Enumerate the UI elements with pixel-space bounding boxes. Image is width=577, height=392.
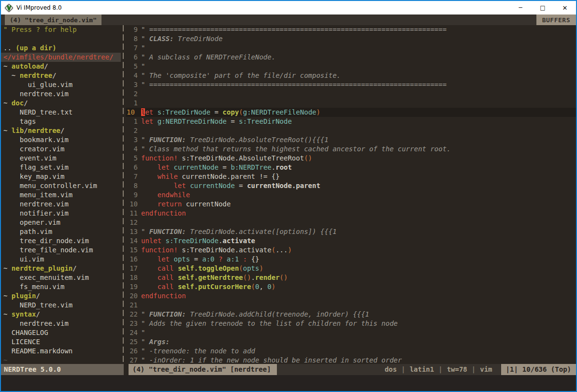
tree-row[interactable]: fs_menu.vim — [1, 282, 121, 291]
code-line[interactable]: 7" — [126, 44, 576, 53]
tree-row[interactable]: tree_dir_node.vim — [1, 236, 121, 246]
tree-row[interactable]: exec_menuitem.vim — [1, 273, 121, 282]
code-line[interactable]: 23" Adds the given treenode to the list … — [126, 319, 576, 328]
code-line[interactable]: 18 call self.getNerdtree().render() — [126, 273, 576, 282]
tree-row[interactable]: nerdtree.vim — [1, 89, 121, 99]
code-line[interactable]: 13" FUNCTION: TreeDirNode.activate([opti… — [126, 227, 576, 236]
tree-row[interactable]: menu_item.vim — [1, 190, 121, 200]
tree-row[interactable] — [1, 34, 121, 44]
code-line[interactable]: 9 endwhile — [126, 190, 576, 200]
code-line[interactable]: 22" FUNCTION: TreeDirNode.addChild(treen… — [126, 310, 576, 319]
line-number: 5 — [126, 154, 138, 163]
command-line[interactable] — [1, 375, 576, 391]
line-number: 8 — [126, 34, 138, 44]
tree-row[interactable]: flag_set.vim — [1, 163, 121, 172]
window-controls: ─ □ ✕ — [509, 1, 576, 15]
code-line[interactable]: 14unlet s:TreeDirNode.activate — [126, 236, 576, 246]
code-line[interactable]: 19 call self.putCursorHere(0, 0) — [126, 282, 576, 291]
line-number: 23 — [126, 319, 138, 328]
code-line[interactable]: 1 — [126, 99, 576, 108]
code-line[interactable]: 10 return currentNode — [126, 200, 576, 209]
code-line[interactable]: 3" =====================================… — [126, 80, 576, 89]
editor-panel[interactable]: 9" =====================================… — [126, 25, 576, 364]
tree-row[interactable]: NERD_tree.txt — [1, 108, 121, 117]
statusline-position: |1|10/636 (Top) — [501, 364, 576, 375]
tree-row[interactable]: ~ doc/ — [1, 99, 121, 108]
code-line[interactable]: 21 — [126, 301, 576, 310]
code-line[interactable]: 11endfunction — [126, 209, 576, 218]
file-format: dos — [385, 365, 397, 373]
tree-row[interactable]: NERD_tree.vim — [1, 301, 121, 310]
code-line[interactable]: 5" — [126, 62, 576, 71]
tree-row[interactable]: ~ nerdtree_plugin/ — [1, 264, 121, 273]
line-number: 17 — [126, 264, 138, 273]
tree-row[interactable]: key_map.vim — [1, 172, 121, 181]
tree-row[interactable]: event.vim — [1, 154, 121, 163]
line-number: 19 — [126, 282, 138, 291]
tree-row[interactable]: README.markdown — [1, 347, 121, 356]
line-number: 8 — [126, 181, 138, 190]
tree-row[interactable]: CHANGELOG — [1, 328, 121, 337]
tree-row[interactable]: ~ — [1, 356, 121, 364]
tree-row[interactable]: ~ syntax/ — [1, 310, 121, 319]
tree-row[interactable]: ~ nerdtree/ — [1, 71, 121, 80]
tree-row[interactable]: menu_controller.vim — [1, 181, 121, 190]
line-number: 11 — [126, 209, 138, 218]
nerdtree-panel[interactable]: " Press ? for help.. (up a dir)</vimfile… — [1, 25, 121, 364]
tab-line: (4) "tree_dir_node.vim" BUFFERS — [1, 15, 576, 25]
tree-row[interactable]: path.vim — [1, 227, 121, 236]
tree-row[interactable]: LICENCE — [1, 337, 121, 347]
close-button[interactable]: ✕ — [554, 1, 576, 15]
code-line[interactable]: 2 — [126, 89, 576, 99]
code-line[interactable]: 26" -treenode: the node to add — [126, 347, 576, 356]
line-number: 1 — [126, 99, 138, 108]
code-line[interactable]: 9" =====================================… — [126, 25, 576, 34]
tree-row[interactable]: nerdtree.vim — [1, 200, 121, 209]
tree-row[interactable]: tags — [1, 117, 121, 126]
code-line[interactable]: 27" -inOrder: 1 if the new node should b… — [126, 356, 576, 364]
window-separator[interactable] — [121, 25, 126, 364]
line-number: 3 — [126, 135, 138, 145]
maximize-button[interactable]: □ — [532, 1, 554, 15]
code-line[interactable]: 1let g:NERDTreeDirNode = s:TreeDirNode — [126, 117, 576, 126]
line-number: 7 — [126, 44, 138, 53]
tree-row[interactable]: ui_glue.vim — [1, 80, 121, 89]
code-line[interactable]: 8" CLASS: TreeDirNode — [126, 34, 576, 44]
code-line[interactable]: 6 let currentNode = b:NERDTree.root — [126, 163, 576, 172]
tab-tree-dir-node[interactable]: (4) "tree_dir_node.vim" — [5, 15, 101, 25]
tree-row[interactable]: ~ plugin/ — [1, 291, 121, 301]
code-line[interactable]: 2 — [126, 126, 576, 135]
code-line[interactable]: 24" — [126, 328, 576, 337]
code-line[interactable]: 8 let currentNode = currentNode.parent — [126, 181, 576, 190]
tree-row[interactable]: bookmark.vim — [1, 135, 121, 145]
tree-row-selected[interactable]: </vimfiles/bundle/nerdtree/ — [1, 53, 121, 62]
code-line[interactable]: 4" The 'composite' part of the file/dir … — [126, 71, 576, 80]
code-line[interactable]: 17 call self.toggleOpen(opts) — [126, 264, 576, 273]
code-line[interactable]: 16 let opts = a:0 ? a:1 : {} — [126, 255, 576, 264]
code-line[interactable]: 12 — [126, 218, 576, 227]
code-line[interactable]: 7 while currentNode.parent != {} — [126, 172, 576, 181]
code-line[interactable]: 3" FUNCTION: TreeDirNode.AbsoluteTreeRoo… — [126, 135, 576, 145]
code-line[interactable]: 5function! s:TreeDirNode.AbsoluteTreeRoo… — [126, 154, 576, 163]
line-number: 3 — [126, 80, 138, 89]
tree-row[interactable]: .. (up a dir) — [1, 44, 121, 53]
statusline-fileinfo: dos|latin1|tw=78|vim — [385, 364, 492, 375]
tree-row[interactable]: ~ lib/nerdtree/ — [1, 126, 121, 135]
code-line[interactable]: 4" Class method that returns the highest… — [126, 145, 576, 154]
tree-row[interactable]: ui.vim — [1, 255, 121, 264]
code-line[interactable]: 6" A subclass of NERDTreeFileNode. — [126, 53, 576, 62]
code-line[interactable]: 20endfunction — [126, 291, 576, 301]
tree-row[interactable]: " Press ? for help — [1, 25, 121, 34]
line-number: 9 — [126, 190, 138, 200]
vim-window: Vi IMproved 8.0 ─ □ ✕ (4) "tree_dir_node… — [0, 0, 577, 392]
tree-row[interactable]: notifier.vim — [1, 209, 121, 218]
tree-row[interactable]: opener.vim — [1, 218, 121, 227]
tree-row[interactable]: creator.vim — [1, 145, 121, 154]
code-line[interactable]: 15function! s:TreeDirNode.activate(...) — [126, 246, 576, 255]
code-line-current[interactable]: 10let s:TreeDirNode = copy(g:NERDTreeFil… — [126, 108, 576, 117]
tree-row[interactable]: ~ autoload/ — [1, 62, 121, 71]
tree-row[interactable]: tree_file_node.vim — [1, 246, 121, 255]
code-line[interactable]: 25" Args: — [126, 337, 576, 347]
tree-row[interactable]: nerdtree.vim — [1, 319, 121, 328]
minimize-button[interactable]: ─ — [509, 1, 532, 15]
